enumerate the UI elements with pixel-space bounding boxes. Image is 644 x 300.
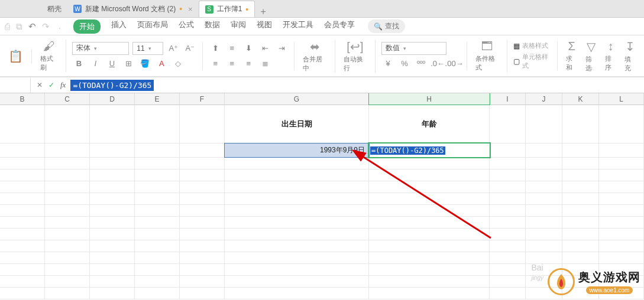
close-icon[interactable]: × — [188, 5, 193, 14]
align-center-icon[interactable]: ≡ — [225, 57, 238, 70]
cell[interactable] — [135, 193, 180, 204]
cell[interactable] — [0, 229, 45, 240]
cell[interactable] — [90, 158, 135, 169]
cell[interactable] — [225, 181, 369, 193]
cell[interactable] — [225, 264, 369, 275]
cell[interactable] — [490, 217, 526, 228]
cell[interactable] — [599, 193, 644, 204]
cell[interactable] — [90, 240, 135, 252]
cell[interactable] — [0, 144, 45, 157]
cell[interactable] — [490, 229, 526, 240]
cell[interactable] — [369, 264, 490, 275]
currency-icon[interactable]: ¥ — [381, 57, 394, 70]
cell[interactable] — [180, 264, 225, 275]
cell[interactable] — [135, 252, 180, 263]
cell[interactable] — [0, 169, 45, 181]
align-middle-icon[interactable]: ≡ — [225, 42, 238, 55]
cell[interactable] — [526, 193, 562, 204]
cell[interactable] — [599, 144, 644, 157]
cell[interactable] — [369, 217, 490, 228]
cell[interactable] — [490, 105, 526, 143]
cell[interactable] — [526, 252, 562, 263]
preview-icon[interactable]: ⧉ — [16, 21, 22, 32]
cell[interactable] — [0, 264, 45, 275]
cell[interactable] — [45, 252, 90, 263]
cell[interactable] — [225, 217, 369, 228]
filter-button[interactable]: ▽筛选 — [583, 40, 599, 73]
paste-button[interactable]: 📋 — [6, 49, 25, 63]
col-header-B[interactable]: B — [0, 93, 45, 105]
cell[interactable] — [135, 288, 180, 299]
cell[interactable] — [599, 158, 644, 169]
cell[interactable] — [490, 144, 526, 157]
col-header-I[interactable]: I — [490, 93, 526, 105]
cell[interactable] — [490, 288, 526, 299]
tab-sheet-doc[interactable]: S 工作簿1 • — [199, 1, 255, 17]
cell[interactable] — [369, 193, 490, 204]
col-header-D[interactable]: D — [90, 93, 135, 105]
conditional-format-button[interactable]: 🗔条件格式 — [473, 40, 501, 72]
cell[interactable] — [369, 181, 490, 193]
cell[interactable] — [225, 229, 369, 240]
cell[interactable] — [0, 217, 45, 228]
formula-input[interactable]: =(TODAY()-G2)/365 — [70, 81, 154, 90]
cell[interactable] — [225, 158, 369, 169]
cell[interactable] — [135, 217, 180, 228]
cell[interactable] — [90, 181, 135, 193]
col-header-J[interactable]: J — [526, 93, 562, 105]
cell[interactable] — [0, 288, 45, 299]
italic-button[interactable]: I — [89, 57, 102, 70]
cell[interactable] — [180, 288, 225, 299]
cell[interactable] — [526, 217, 562, 228]
cell[interactable] — [599, 217, 644, 228]
cell[interactable] — [0, 158, 45, 169]
cell[interactable] — [369, 240, 490, 252]
cell[interactable] — [562, 252, 599, 263]
cell[interactable] — [90, 105, 135, 143]
cell[interactable] — [90, 193, 135, 204]
cell[interactable] — [225, 169, 369, 181]
cell[interactable] — [599, 205, 644, 216]
col-header-E[interactable]: E — [135, 93, 180, 105]
cell[interactable] — [225, 205, 369, 216]
font-name-select[interactable]: 宋体▾ — [72, 42, 129, 55]
cell[interactable] — [562, 144, 599, 157]
cell[interactable] — [90, 276, 135, 287]
cell[interactable] — [599, 229, 644, 240]
col-header-C[interactable]: C — [45, 93, 90, 105]
cell[interactable] — [90, 229, 135, 240]
cell[interactable] — [599, 240, 644, 252]
cell[interactable] — [490, 193, 526, 204]
cell[interactable] — [135, 169, 180, 181]
col-header-L[interactable]: L — [599, 93, 644, 105]
align-bottom-icon[interactable]: ⬇ — [242, 42, 255, 55]
cell[interactable] — [0, 276, 45, 287]
fill-color-button[interactable]: 🪣 — [138, 57, 151, 70]
align-left-icon[interactable]: ≡ — [209, 57, 222, 70]
cell[interactable] — [45, 276, 90, 287]
cell-g2[interactable]: 1993年9月9日 — [225, 144, 369, 157]
align-top-icon[interactable]: ⬆ — [209, 42, 222, 55]
cell[interactable] — [135, 144, 180, 157]
cell[interactable] — [369, 205, 490, 216]
cell[interactable] — [135, 205, 180, 216]
cell[interactable] — [562, 205, 599, 216]
underline-button[interactable]: U — [105, 57, 118, 70]
cell[interactable] — [180, 169, 225, 181]
new-tab-button[interactable]: + — [255, 6, 271, 17]
cell[interactable] — [0, 240, 45, 252]
cell[interactable] — [135, 158, 180, 169]
cell[interactable] — [90, 252, 135, 263]
col-header-G[interactable]: G — [225, 93, 369, 105]
table-style-icon[interactable]: ▦ — [513, 42, 520, 50]
cell[interactable] — [490, 169, 526, 181]
cell[interactable] — [225, 276, 369, 287]
number-format-select[interactable]: 数值▾ — [381, 42, 446, 55]
fill-button[interactable]: ↧填充 — [622, 40, 638, 73]
cell[interactable] — [0, 252, 45, 263]
cell[interactable] — [526, 169, 562, 181]
cell[interactable] — [0, 205, 45, 216]
cell[interactable] — [90, 169, 135, 181]
cell[interactable] — [180, 240, 225, 252]
cell[interactable] — [180, 276, 225, 287]
